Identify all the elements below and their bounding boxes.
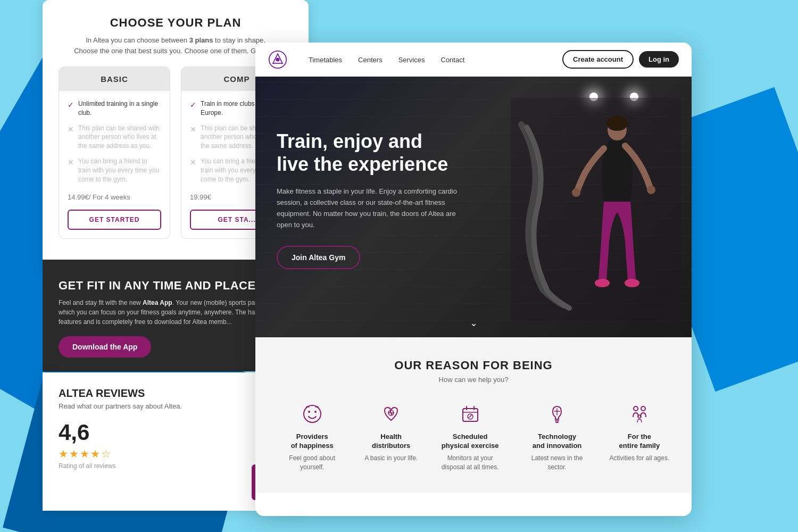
svg-point-2: [276, 57, 279, 61]
reason-item-tech: Technology and innovation Latest news in…: [522, 401, 592, 471]
reason-title: OUR REASON FOR BEING: [271, 359, 676, 372]
plan-basic: BASIC ✓ Unlimited training in a single c…: [59, 66, 170, 239]
tech-icon-wrap: [544, 401, 570, 427]
heart-icon: [380, 403, 402, 425]
cross-icon: ✕: [68, 124, 74, 135]
feature-text: You can bring a friend to train with you…: [78, 157, 161, 184]
reason-item-schedule: Scheduled physical exercise Monitors at …: [436, 401, 505, 471]
reason-icons-row: Providers of happiness Feel good about y…: [271, 401, 676, 471]
reason-health-title: Health distributors: [372, 433, 410, 451]
reason-tech-desc: Latest news in the sector.: [522, 454, 592, 472]
reason-family-desc: Activities for all ages.: [610, 454, 670, 463]
family-icon-wrap: [626, 401, 653, 427]
plan-basic-feature-2: ✕ This plan can be shared with another p…: [68, 124, 161, 151]
scroll-indicator: ⌄: [470, 317, 478, 329]
happy-face-icon: [302, 403, 323, 425]
check-icon: ✓: [68, 100, 74, 111]
hero-title: Train, enjoy and live the experience: [277, 130, 458, 176]
hero-description: Make fitness a staple in your life. Enjo…: [277, 186, 458, 230]
svg-point-23: [634, 406, 638, 411]
reason-schedule-desc: Monitors at your disposal at all times.: [436, 454, 505, 472]
svg-point-12: [314, 411, 317, 413]
feature-text: This plan can be shared with another per…: [78, 124, 161, 151]
nav-contact[interactable]: Contact: [441, 55, 465, 64]
happiness-icon-wrap: [299, 401, 326, 427]
pricing-title: CHOOSE YOUR PLAN: [59, 16, 293, 30]
login-button[interactable]: Log in: [639, 51, 679, 68]
hero-content: Train, enjoy and live the experience Mak…: [277, 130, 458, 269]
reason-schedule-title: Scheduled physical exercise: [442, 433, 499, 451]
reason-item-family: For the entire family Activities for all…: [610, 401, 670, 471]
cross-icon: ✕: [190, 124, 196, 135]
svg-point-8: [595, 279, 610, 287]
navbar-links: Timetables Centers Services Contact: [309, 55, 562, 64]
reason-health-desc: A basic in your life.: [364, 454, 418, 463]
plan-basic-btn[interactable]: GET STARTED: [68, 210, 161, 230]
feature-text: Unlimited training in a single club.: [78, 99, 161, 118]
navbar-actions: Create account Log in: [562, 50, 679, 69]
create-account-button[interactable]: Create account: [562, 50, 634, 69]
app-name: Altea App: [143, 299, 172, 306]
nav-services[interactable]: Services: [398, 55, 425, 64]
svg-point-6: [572, 188, 580, 197]
navbar: Timetables Centers Services Contact Crea…: [255, 43, 692, 77]
svg-point-7: [647, 186, 655, 194]
subtitle-text1: In Altea you can choose between: [86, 36, 189, 44]
svg-point-24: [641, 406, 645, 411]
reason-section: OUR REASON FOR BEING How can we help you…: [255, 337, 692, 493]
main-card: Timetables Centers Services Contact Crea…: [255, 43, 692, 516]
plan-basic-price: 14.99€/ For 4 weeks: [68, 190, 161, 202]
plan-basic-header: BASIC: [59, 67, 170, 91]
nav-centers[interactable]: Centers: [358, 55, 383, 64]
download-app-button[interactable]: Download the App: [59, 336, 151, 358]
bulb-icon: [546, 403, 568, 425]
hero-section: Train, enjoy and live the experience Mak…: [255, 77, 692, 337]
health-icon-wrap: [378, 401, 404, 427]
plan-basic-feature-3: ✕ You can bring a friend to train with y…: [68, 157, 161, 184]
svg-point-9: [625, 279, 639, 287]
reason-happiness-desc: Feel good about yourself.: [278, 454, 347, 472]
plan-basic-body: ✓ Unlimited training in a single club. ✕…: [59, 91, 170, 238]
family-icon: [629, 403, 650, 425]
plan-basic-feature-1: ✓ Unlimited training in a single club.: [68, 99, 161, 118]
logo[interactable]: [268, 50, 287, 69]
reason-item-health: Health distributors A basic in your life…: [364, 401, 418, 471]
svg-point-10: [304, 405, 321, 422]
check-icon: ✓: [190, 100, 196, 111]
price-period: / For 4 weeks: [89, 193, 130, 201]
svg-point-11: [308, 411, 310, 413]
reason-tech-title: Technology and innovation: [533, 433, 581, 451]
hero-title-line2: live the experience: [277, 153, 448, 175]
schedule-icon-wrap: [457, 401, 484, 427]
reason-family-title: For the entire family: [619, 433, 660, 451]
reason-happiness-title: Providers of happiness: [291, 433, 334, 451]
athlete-svg: [511, 98, 681, 321]
reason-item-happiness: Providers of happiness Feel good about y…: [278, 401, 347, 471]
svg-point-5: [606, 116, 628, 131]
subtitle-bold: 3 plans: [189, 36, 213, 44]
logo-icon: [268, 50, 287, 69]
schedule-icon: [460, 403, 481, 425]
join-gym-button[interactable]: Join Altea Gym: [277, 246, 360, 269]
nav-timetables[interactable]: Timetables: [309, 55, 342, 64]
hero-title-line1: Train, enjoy and: [277, 130, 422, 152]
cross-icon: ✕: [190, 157, 196, 168]
cross-icon: ✕: [68, 157, 74, 168]
reason-subtitle: How can we help you?: [271, 376, 676, 384]
